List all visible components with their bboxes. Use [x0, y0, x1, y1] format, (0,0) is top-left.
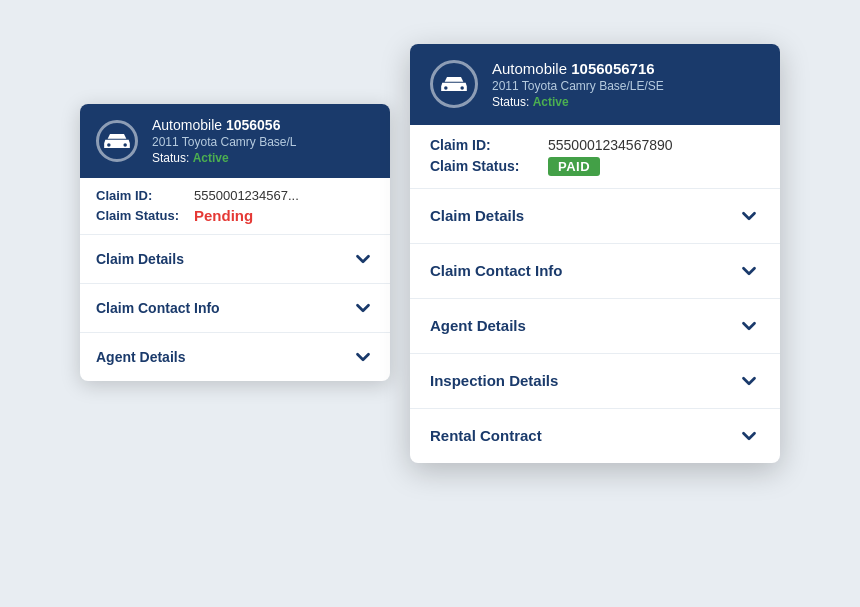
back-card-header: Automobile 1056056 2011 Toyota Camry Bas… [80, 104, 390, 178]
back-claim-id-row: Claim ID: 5550001234567... [96, 188, 374, 203]
front-card-status: Status: Active [492, 95, 664, 109]
back-accordion-claim-details[interactable]: Claim Details [80, 235, 390, 284]
back-card-status: Status: Active [152, 151, 297, 165]
back-accordion-agent-details[interactable]: Agent Details [80, 333, 390, 381]
front-accordion-agent-details[interactable]: Agent Details [410, 299, 780, 354]
chevron-down-icon [738, 260, 760, 282]
front-claim-info: Claim ID: 5550001234567890 Claim Status:… [410, 125, 780, 189]
back-claim-info: Claim ID: 5550001234567... Claim Status:… [80, 178, 390, 235]
back-card-header-text: Automobile 1056056 2011 Toyota Camry Bas… [152, 117, 297, 165]
front-accordion-claim-details[interactable]: Claim Details [410, 189, 780, 244]
front-card-subtitle: 2011 Toyota Camry Base/LE/SE [492, 79, 664, 93]
chevron-down-icon [738, 315, 760, 337]
front-accordion-rental-contract[interactable]: Rental Contract [410, 409, 780, 463]
chevron-down-icon [738, 205, 760, 227]
front-card-body: Claim ID: 5550001234567890 Claim Status:… [410, 125, 780, 463]
chevron-down-icon [738, 425, 760, 447]
front-accordion-inspection-details[interactable]: Inspection Details [410, 354, 780, 409]
back-card-subtitle: 2011 Toyota Camry Base/L [152, 135, 297, 149]
chevron-down-icon [738, 370, 760, 392]
front-card-title: Automobile 1056056716 [492, 60, 664, 77]
back-card: Automobile 1056056 2011 Toyota Camry Bas… [80, 104, 390, 381]
back-card-title: Automobile 1056056 [152, 117, 297, 133]
front-claim-id-row: Claim ID: 5550001234567890 [430, 137, 760, 153]
front-card-header: Automobile 1056056716 2011 Toyota Camry … [410, 44, 780, 125]
chevron-down-icon [352, 346, 374, 368]
car-icon [96, 120, 138, 162]
front-accordion-claim-contact[interactable]: Claim Contact Info [410, 244, 780, 299]
scene: Automobile 1056056 2011 Toyota Camry Bas… [80, 44, 780, 564]
front-card-header-text: Automobile 1056056716 2011 Toyota Camry … [492, 60, 664, 109]
chevron-down-icon [352, 248, 374, 270]
back-accordion-claim-contact[interactable]: Claim Contact Info [80, 284, 390, 333]
back-claim-status-row: Claim Status: Pending [96, 207, 374, 224]
chevron-down-icon [352, 297, 374, 319]
back-card-body: Claim ID: 5550001234567... Claim Status:… [80, 178, 390, 381]
car-icon [430, 60, 478, 108]
front-claim-status-row: Claim Status: PAID [430, 157, 760, 176]
car-svg [103, 127, 131, 155]
front-card: Automobile 1056056716 2011 Toyota Camry … [410, 44, 780, 463]
car-svg [440, 70, 468, 98]
